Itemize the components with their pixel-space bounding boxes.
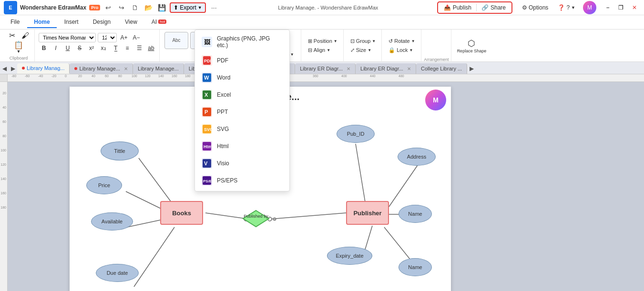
attr-title[interactable]: Tittle bbox=[101, 141, 139, 161]
tab-close-2[interactable]: ✕ bbox=[124, 66, 128, 71]
attr-price[interactable]: Price bbox=[86, 176, 122, 194]
tab-nav-prev[interactable]: ◀ bbox=[0, 63, 9, 74]
help-button[interactable]: ❓ ? ▼ bbox=[554, 3, 579, 12]
tab-close-6[interactable]: ✕ bbox=[347, 66, 350, 71]
more-button[interactable]: ··· bbox=[209, 2, 219, 13]
list-button[interactable]: ☰ bbox=[134, 43, 144, 53]
tab-close-7[interactable]: ✕ bbox=[407, 66, 411, 71]
replace-label: Replace Shape bbox=[457, 49, 487, 53]
tab-er-diag-3[interactable]: Library ER Diagr... ✕ bbox=[356, 63, 416, 74]
superscript-button[interactable]: x² bbox=[86, 43, 97, 53]
tab-view[interactable]: View bbox=[118, 17, 144, 28]
minimize-button[interactable]: − bbox=[602, 2, 613, 13]
tab-er-diag-2[interactable]: Library ER Diagr... ✕ bbox=[295, 63, 356, 74]
export-pdf[interactable]: PDF PDF bbox=[195, 52, 289, 69]
svg-text:PS/E: PS/E bbox=[203, 179, 211, 183]
options-gear-icon: ⚙ bbox=[522, 4, 527, 11]
cut-button[interactable]: ✂ bbox=[6, 31, 18, 40]
tab-file[interactable]: File bbox=[4, 17, 26, 28]
pdf-icon: PDF bbox=[202, 55, 212, 66]
undo-button[interactable]: ↩ bbox=[103, 2, 113, 13]
tab-library-manage-2[interactable]: Library Manage... ✕ bbox=[70, 63, 133, 74]
underline2-button[interactable]: ab bbox=[146, 43, 156, 53]
lock-dropdown-icon: ▼ bbox=[409, 48, 413, 52]
replace-shape-button[interactable]: ⬡ Replace Shape bbox=[455, 37, 489, 54]
options-button[interactable]: ⚙ Options bbox=[518, 3, 552, 12]
save-button[interactable]: 💾 bbox=[156, 2, 167, 13]
paste-button[interactable]: 📋 ▼ bbox=[12, 40, 25, 55]
html-label: Html bbox=[217, 143, 229, 150]
lock-button[interactable]: 🔒 Lock ▼ bbox=[386, 46, 418, 54]
svg-text:SVG: SVG bbox=[204, 127, 211, 132]
size-button[interactable]: ⤢ Size ▼ bbox=[348, 46, 379, 54]
svg-line-3 bbox=[134, 227, 174, 287]
tab-nav-next[interactable]: ▶ bbox=[9, 63, 17, 74]
subscript-button[interactable]: x₂ bbox=[98, 43, 109, 53]
user-avatar[interactable]: M bbox=[583, 1, 596, 14]
underline-button[interactable]: U bbox=[62, 43, 73, 53]
font-family-select[interactable]: Times New Roman bbox=[39, 33, 96, 42]
group-button[interactable]: ⊡ Group ▼ bbox=[348, 37, 379, 45]
attr-expiry-date[interactable]: Expiry_date bbox=[327, 247, 372, 265]
export-ppt[interactable]: P PPT bbox=[195, 103, 289, 120]
format-painter-button[interactable]: 🖌 bbox=[19, 31, 31, 40]
italic-button[interactable]: I bbox=[51, 43, 61, 53]
export-excel[interactable]: X Excel bbox=[195, 86, 289, 103]
bold-button[interactable]: B bbox=[39, 43, 49, 53]
rotate-icon: ↺ bbox=[388, 38, 393, 44]
tab-design[interactable]: Design bbox=[86, 17, 117, 28]
attr-name-bottom[interactable]: Name bbox=[399, 258, 432, 276]
style-box-1[interactable]: Abc bbox=[164, 32, 188, 49]
tab-nav-right[interactable]: ▶ bbox=[467, 63, 476, 74]
align2-dropdown-icon: ▼ bbox=[327, 48, 330, 52]
tab-insert[interactable]: Insert bbox=[58, 17, 85, 28]
relation-published-by[interactable]: Published by bbox=[242, 210, 270, 228]
export-svg[interactable]: SVG SVG bbox=[195, 120, 289, 138]
tab-library-manage-1[interactable]: Library Manag... bbox=[17, 63, 70, 74]
redo-button[interactable]: ↪ bbox=[116, 2, 127, 13]
position-group: ⊞ Position ▼ ⊟ Align ▼ bbox=[302, 30, 344, 62]
tab-library-manage-3[interactable]: Library Manage... bbox=[133, 63, 184, 74]
group-rotate-group: ⊡ Group ▼ ⤢ Size ▼ bbox=[345, 30, 382, 62]
attr-due-date[interactable]: Due date bbox=[96, 264, 139, 282]
size-dropdown-icon: ▼ bbox=[368, 48, 371, 52]
publish-button[interactable]: 📤 Publish bbox=[441, 3, 474, 12]
ai-avatar[interactable]: M bbox=[425, 90, 446, 110]
increase-font-button[interactable]: A+ bbox=[119, 32, 129, 43]
export-button[interactable]: ⬆ Export ▼ bbox=[170, 2, 206, 13]
open-button[interactable]: 📂 bbox=[143, 2, 153, 13]
position-button[interactable]: ⊞ Position ▼ bbox=[305, 37, 340, 45]
attr-pub-id[interactable]: Pub_ID bbox=[337, 125, 375, 143]
entity-books[interactable]: Books bbox=[160, 201, 203, 225]
attr-available[interactable]: Available bbox=[91, 212, 133, 231]
export-word[interactable]: W Word bbox=[195, 69, 289, 86]
align2-button[interactable]: ⊟ Align ▼ bbox=[305, 46, 340, 54]
publish-icon: 📤 bbox=[444, 4, 451, 11]
tab-active-dot bbox=[22, 67, 25, 70]
export-graphics[interactable]: 🖼 Graphics (PNG, JPG etc.) bbox=[195, 32, 289, 52]
font-size-select[interactable]: 12 bbox=[98, 33, 117, 42]
rotate-dropdown-icon: ▼ bbox=[411, 39, 415, 43]
rotate-button[interactable]: ↺ Rotate ▼ bbox=[386, 37, 418, 45]
share-button[interactable]: 🔗 Share bbox=[479, 3, 509, 12]
align-button[interactable]: ≡ bbox=[122, 43, 133, 53]
new-button[interactable]: 🗋 bbox=[130, 2, 140, 13]
tab-ai[interactable]: AI hot bbox=[145, 17, 173, 28]
tab-home[interactable]: Home bbox=[27, 17, 56, 28]
export-pseps[interactable]: PS/E PS/EPS bbox=[195, 172, 289, 189]
app-logo: E bbox=[4, 1, 17, 14]
ppt-icon: P bbox=[202, 107, 212, 117]
export-html[interactable]: Html Html bbox=[195, 138, 289, 155]
entity-publisher[interactable]: Publisher bbox=[346, 201, 389, 225]
attr-name-top[interactable]: Name bbox=[399, 205, 432, 223]
restore-button[interactable]: ❐ bbox=[615, 2, 627, 13]
attr-address[interactable]: Address bbox=[398, 148, 436, 166]
strikethrough-button[interactable]: S bbox=[74, 43, 85, 53]
decrease-font-button[interactable]: A− bbox=[131, 32, 142, 43]
export-visio[interactable]: V Visio bbox=[195, 155, 289, 172]
close-button[interactable]: ✕ bbox=[629, 2, 640, 13]
tab-college-library[interactable]: College Library ... bbox=[416, 63, 467, 74]
rotate-lock-group: ↺ Rotate ▼ 🔒 Lock ▼ bbox=[383, 30, 421, 62]
text-transform-button[interactable]: T̲ bbox=[110, 43, 121, 53]
canvas-container[interactable]: Library Manage... bbox=[8, 82, 644, 291]
